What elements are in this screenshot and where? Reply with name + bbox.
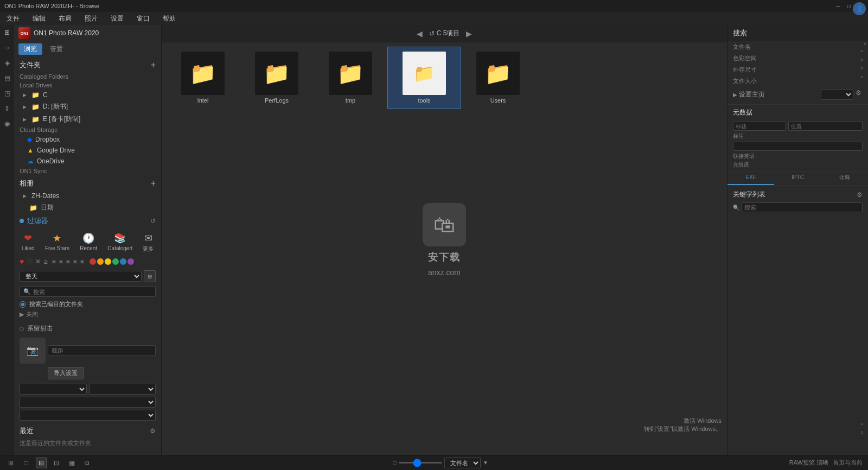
star-rating: ★ ★ ★ ★ ★ [51, 258, 85, 265]
user-icon[interactable]: 👤 [853, 2, 866, 15]
drive-e[interactable]: ▶ 📁 E [备卡[防制] [14, 113, 161, 125]
settings-icon[interactable]: ⚙ [854, 89, 863, 100]
develop-icon[interactable]: ○ [2, 42, 12, 53]
nav-next-button[interactable]: ▶ [464, 29, 474, 38]
menu-help[interactable]: 帮助 [161, 13, 178, 24]
portrait-icon[interactable]: ▤ [2, 73, 12, 84]
view-single-button[interactable]: □ [21, 458, 31, 468]
expand-row[interactable]: ▶ 关闭 [14, 309, 161, 320]
nav-reload-icon[interactable]: ↺ [429, 30, 435, 37]
heart-empty-icon[interactable]: ♡ [26, 257, 33, 266]
view-grid-button[interactable]: ⊟ [36, 458, 47, 468]
meta-title-right[interactable] [788, 122, 863, 131]
recent-settings-icon[interactable]: ⚙ [150, 427, 156, 435]
sort-arrow-button[interactable]: ▼ [483, 460, 488, 466]
tab-browse[interactable]: 浏览 [18, 43, 42, 55]
radio-cataloged[interactable] [20, 301, 26, 308]
star-5[interactable]: ★ [79, 258, 85, 265]
color-orange[interactable] [97, 258, 104, 265]
meta-desc-input[interactable] [733, 142, 863, 151]
filter-reset-button[interactable]: ↺ [150, 217, 156, 225]
right-bottom-icon-1[interactable]: ≡ [860, 421, 868, 427]
view-compare-button[interactable]: ▦ [66, 458, 77, 468]
view-filmstrip-button[interactable]: ⊡ [51, 458, 62, 468]
drive-d[interactable]: ▶ 📁 D: [新书] [14, 100, 161, 113]
right-strip-icon-4[interactable]: ≡ [860, 66, 868, 71]
add-folder-button[interactable]: + [151, 60, 156, 70]
file-item-tmp[interactable]: 📁 tmp [314, 47, 387, 109]
add-album-button[interactable]: + [151, 179, 156, 188]
color-purple[interactable] [127, 258, 134, 265]
rating-x-icon[interactable]: ✕ [35, 258, 41, 265]
file-item-intel[interactable]: 📁 Intel [166, 47, 240, 109]
color-blue[interactable] [120, 258, 126, 265]
local-icon[interactable]: ◳ [2, 88, 12, 99]
menu-layout[interactable]: 布局 [56, 13, 74, 24]
settings-dropdown[interactable] [821, 89, 853, 100]
grid-view-button[interactable]: ⊞ [144, 270, 156, 282]
hdr-icon[interactable]: ◉ [2, 118, 12, 129]
maximize-button[interactable]: □ [845, 2, 853, 10]
filter-liked[interactable]: ❤ Liked [22, 232, 35, 253]
file-item-perflogs[interactable]: 📁 PerfLogs [240, 47, 314, 109]
sort-dropdown[interactable]: 文件名 [444, 458, 481, 468]
date-dropdown[interactable]: 整天 [20, 271, 142, 282]
zh-dates-item[interactable]: ▶ ZH-Dates [14, 190, 161, 201]
color-green[interactable] [112, 258, 119, 265]
star-2[interactable]: ★ [58, 258, 64, 265]
zoom-slider[interactable] [399, 462, 442, 463]
minimize-button[interactable]: ─ [834, 2, 842, 10]
meta-desc-row [727, 141, 868, 152]
import-settings-button[interactable]: 导入设置 [48, 367, 84, 379]
file-item-users[interactable]: 📁 Users [461, 47, 535, 109]
tab-iptc[interactable]: IPTC [774, 172, 821, 185]
filter-more[interactable]: ✉ 更多 [143, 232, 154, 253]
menu-settings[interactable]: 设置 [108, 13, 126, 24]
star-4[interactable]: ★ [72, 258, 78, 265]
date-sub-item[interactable]: 📁 日期 [14, 201, 161, 214]
dropdown-1b[interactable] [89, 384, 156, 395]
onedrive-item[interactable]: ☁ OneDrive [14, 156, 161, 167]
dropbox-item[interactable]: ◆ Dropbox [14, 134, 161, 145]
dropdown-3a[interactable] [20, 410, 156, 421]
heart-filled-icon[interactable]: ♥ [20, 257, 24, 266]
zoom-out-icon[interactable]: □ [393, 460, 397, 466]
drive-c[interactable]: ▶ 📁 C [14, 90, 161, 100]
right-strip-icon-1[interactable]: ≡ [860, 42, 868, 45]
keyword-settings-icon[interactable]: ⚙ [857, 191, 863, 199]
search-input[interactable] [33, 289, 152, 295]
nav-prev-button[interactable]: ◀ [414, 29, 425, 38]
color-red[interactable] [90, 258, 96, 265]
menu-photo[interactable]: 照片 [82, 13, 100, 24]
tab-exf[interactable]: EXF [727, 172, 774, 185]
capture-input[interactable] [48, 345, 156, 356]
filter-cataloged[interactable]: 📚 Cataloged [107, 232, 132, 253]
menu-file[interactable]: 文件 [4, 13, 22, 24]
effects-icon[interactable]: ◈ [2, 58, 12, 68]
view-fullscreen-button[interactable]: ⊞ [5, 458, 16, 468]
filter-five-stars[interactable]: ★ Five Stars [45, 232, 69, 253]
tab-notes[interactable]: 注释 [821, 172, 868, 185]
star-1[interactable]: ★ [51, 258, 57, 265]
dropdown-1a[interactable] [20, 384, 87, 395]
menu-edit[interactable]: 编辑 [30, 13, 48, 24]
tab-manage[interactable]: 管置 [44, 43, 68, 55]
dropdown-2a[interactable] [20, 397, 156, 408]
meta-title-left[interactable] [733, 122, 786, 131]
star-3[interactable]: ★ [65, 258, 71, 265]
resize-icon[interactable]: ⇕ [2, 103, 12, 114]
file-item-tools[interactable]: 📁 tools [387, 47, 461, 109]
right-strip-icon-3[interactable]: ≡ [860, 57, 868, 62]
view-focus-button[interactable]: ⧉ [81, 458, 92, 468]
filter-recent[interactable]: 🕐 Recent [80, 232, 97, 253]
filter-label: 过滤器 [27, 216, 48, 226]
right-strip-icon-5[interactable]: ≡ [860, 74, 868, 80]
keyword-search-input[interactable] [742, 202, 863, 212]
right-strip-icon-2[interactable]: ≡ [860, 48, 868, 54]
right-bottom-icon-2[interactable]: ≡ [860, 430, 868, 435]
menu-window[interactable]: 窗口 [135, 13, 152, 24]
filesize-label: 文件大小 [733, 77, 757, 85]
browse-icon[interactable]: ⊞ [2, 27, 12, 38]
google-drive-item[interactable]: ▲ Google Drive [14, 145, 161, 156]
color-yellow[interactable] [105, 258, 111, 265]
